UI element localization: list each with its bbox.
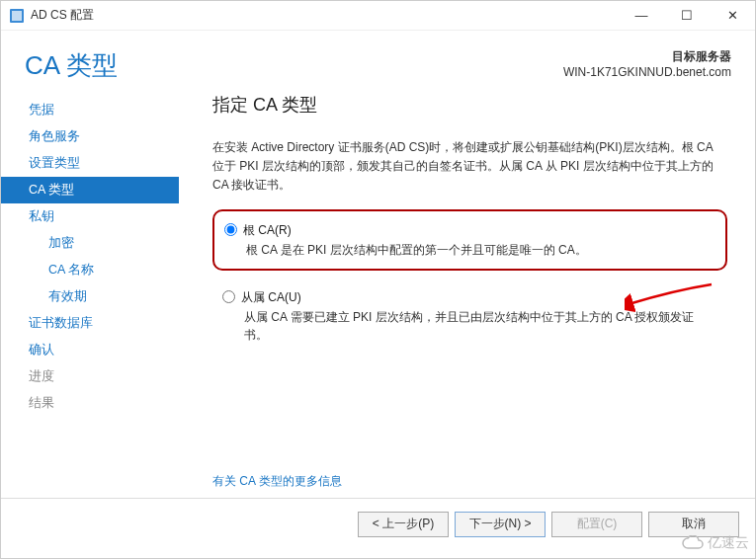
root-ca-radio[interactable] (224, 223, 237, 236)
previous-button[interactable]: < 上一步(P) (358, 512, 449, 537)
nav-item: 进度 (1, 363, 179, 390)
root-ca-option[interactable]: 根 CA(R) (224, 221, 712, 239)
nav-item[interactable]: CA 类型 (1, 177, 179, 203)
close-button[interactable]: ✕ (710, 1, 755, 31)
watermark: 亿速云 (682, 534, 749, 552)
target-server-label: 目标服务器 (672, 49, 731, 63)
svg-rect-1 (12, 11, 22, 21)
next-button[interactable]: 下一步(N) > (455, 512, 546, 537)
root-ca-label: 根 CA(R) (243, 221, 292, 239)
target-server-block: 目标服务器 WIN-1K71GKINNUD.benet.com (563, 48, 731, 79)
title-bar: AD CS 配置 — ☐ ✕ (1, 1, 755, 31)
main-panel: 指定 CA 类型 在安装 Active Directory 证书服务(AD CS… (179, 93, 755, 498)
root-ca-description: 根 CA 是在 PKI 层次结构中配置的第一个并且可能是唯一的 CA。 (246, 241, 712, 259)
section-description: 在安装 Active Directory 证书服务(AD CS)时，将创建或扩展… (212, 138, 727, 196)
more-info-link[interactable]: 有关 CA 类型的更多信息 (212, 473, 342, 490)
nav-item[interactable]: 设置类型 (1, 150, 179, 177)
subordinate-ca-description: 从属 CA 需要已建立 PKI 层次结构，并且已由层次结构中位于其上方的 CA … (244, 308, 714, 344)
app-icon (9, 8, 25, 24)
root-ca-option-highlight: 根 CA(R) 根 CA 是在 PKI 层次结构中配置的第一个并且可能是唯一的 … (212, 209, 727, 271)
nav-item[interactable]: 凭据 (1, 97, 179, 123)
wizard-nav: 凭据角色服务设置类型CA 类型私钥加密CA 名称有效期证书数据库确认进度结果 (1, 97, 179, 417)
nav-item[interactable]: CA 名称 (1, 257, 179, 283)
configure-button: 配置(C) (551, 512, 642, 537)
wizard-footer: < 上一步(P) 下一步(N) > 配置(C) 取消 (1, 498, 755, 549)
watermark-text: 亿速云 (708, 534, 749, 552)
target-server-value: WIN-1K71GKINNUD.benet.com (563, 65, 731, 79)
page-header: CA 类型 目标服务器 WIN-1K71GKINNUD.benet.com (1, 31, 755, 93)
page-title: CA 类型 (25, 48, 563, 83)
window-controls: — ☐ ✕ (619, 1, 755, 31)
nav-item[interactable]: 角色服务 (1, 123, 179, 150)
maximize-button[interactable]: ☐ (664, 1, 710, 31)
window-title: AD CS 配置 (31, 7, 619, 24)
wizard-body: 凭据角色服务设置类型CA 类型私钥加密CA 名称有效期证书数据库确认进度结果 指… (1, 93, 755, 498)
wizard-sidebar: 凭据角色服务设置类型CA 类型私钥加密CA 名称有效期证书数据库确认进度结果 (1, 93, 179, 498)
nav-item[interactable]: 私钥 (1, 203, 179, 230)
subordinate-ca-radio[interactable] (222, 290, 235, 303)
cancel-button[interactable]: 取消 (648, 512, 739, 537)
section-heading: 指定 CA 类型 (212, 93, 727, 117)
subordinate-ca-label: 从属 CA(U) (241, 288, 301, 306)
nav-item[interactable]: 确认 (1, 337, 179, 363)
nav-item: 结果 (1, 390, 179, 417)
annotation-arrow-icon (625, 282, 714, 312)
minimize-button[interactable]: — (619, 1, 664, 31)
nav-item[interactable]: 证书数据库 (1, 310, 179, 337)
nav-item[interactable]: 有效期 (1, 283, 179, 310)
nav-item[interactable]: 加密 (1, 230, 179, 257)
cloud-icon (682, 535, 704, 551)
